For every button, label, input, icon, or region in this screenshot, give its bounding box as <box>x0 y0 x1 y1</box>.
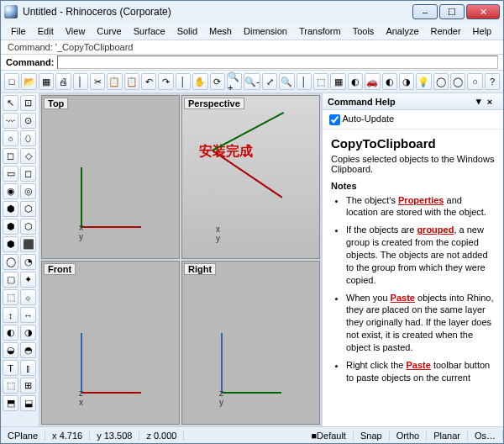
minimize-button[interactable]: – <box>412 4 438 19</box>
toolbar-button-14[interactable]: 🔍- <box>244 73 260 90</box>
tool-button-10[interactable]: ◉ <box>3 183 18 199</box>
menu-view[interactable]: View <box>60 24 91 38</box>
toolbar-button-26[interactable]: ◯ <box>450 73 465 90</box>
toolbar-button-18[interactable]: ⬚ <box>313 73 328 90</box>
toolbar-button-12[interactable]: ⟳ <box>210 73 225 90</box>
tool-button-24[interactable]: ↕ <box>3 307 18 323</box>
side-toolbar: ↖⊡〰⊙○⬯◻◇▭◻◉◎⬢⬡⬢⬡⬢⬛◯◔▢✦⬚⟐↕↔◐◑◒◓T⫿⬚⊞⬒⬓ <box>1 93 39 426</box>
tool-button-18[interactable]: ◯ <box>3 254 18 270</box>
menu-solid[interactable]: Solid <box>172 24 202 38</box>
viewport-right[interactable]: Right zy <box>181 261 320 425</box>
viewport-perspective[interactable]: Perspective 安装完成 xy <box>181 95 320 259</box>
tool-button-9[interactable]: ◻ <box>20 166 36 182</box>
status-osnap[interactable]: Os… <box>468 431 503 441</box>
menu-analyze[interactable]: Analyze <box>381 24 423 38</box>
maximize-button[interactable]: ☐ <box>439 4 465 19</box>
tool-button-23[interactable]: ⟐ <box>20 289 36 305</box>
toolbar-button-9[interactable]: ↷ <box>158 73 173 90</box>
tool-button-2[interactable]: 〰 <box>3 113 18 129</box>
help-panel-title: Command Help <box>328 97 476 107</box>
tool-button-20[interactable]: ▢ <box>3 272 18 288</box>
toolbar-button-28[interactable]: ? <box>485 73 500 90</box>
tool-button-11[interactable]: ◎ <box>20 183 36 199</box>
toolbar-button-20[interactable]: ◐ <box>348 73 363 90</box>
toolbar-button-5[interactable]: ✂ <box>90 73 105 90</box>
tool-button-27[interactable]: ◑ <box>20 325 36 341</box>
toolbar-button-0[interactable]: □ <box>4 73 19 90</box>
tool-button-4[interactable]: ○ <box>3 130 18 146</box>
tool-button-21[interactable]: ✦ <box>20 272 36 288</box>
tool-button-34[interactable]: ⬒ <box>3 395 18 411</box>
viewport-front-label: Front <box>44 263 76 275</box>
tool-button-7[interactable]: ◇ <box>20 148 36 164</box>
toolbar-button-4[interactable]: │ <box>73 73 88 90</box>
tool-button-19[interactable]: ◔ <box>20 254 36 270</box>
menu-surface[interactable]: Surface <box>129 24 171 38</box>
help-note-3: Right click the Paste toolbar button to … <box>346 359 495 384</box>
menu-tools[interactable]: Tools <box>348 24 380 38</box>
toolbar-button-24[interactable]: 💡 <box>416 73 431 90</box>
tool-button-0[interactable]: ↖ <box>3 95 18 111</box>
tool-button-31[interactable]: ⫿ <box>20 360 36 376</box>
toolbar-button-19[interactable]: ▦ <box>330 73 345 90</box>
status-ortho[interactable]: Ortho <box>390 431 428 441</box>
tool-button-22[interactable]: ⬚ <box>3 289 18 305</box>
menu-help[interactable]: Help <box>468 24 497 38</box>
menu-transform[interactable]: Transform <box>294 24 346 38</box>
tool-button-16[interactable]: ⬢ <box>3 236 18 252</box>
tool-button-14[interactable]: ⬢ <box>3 219 18 235</box>
toolbar-button-27[interactable]: ○ <box>467 73 482 90</box>
menu-dimension[interactable]: Dimension <box>239 24 292 38</box>
status-planar[interactable]: Planar <box>427 431 468 441</box>
toolbar-button-10[interactable]: │ <box>176 73 191 90</box>
menu-mesh[interactable]: Mesh <box>204 24 237 38</box>
tool-button-30[interactable]: T <box>3 360 18 376</box>
status-snap[interactable]: Snap <box>354 431 390 441</box>
menu-file[interactable]: File <box>6 24 31 38</box>
toolbar-button-16[interactable]: 🔍 <box>279 73 294 90</box>
menu-edit[interactable]: Edit <box>33 24 59 38</box>
tool-button-1[interactable]: ⊡ <box>20 95 36 111</box>
toolbar-button-17[interactable]: │ <box>297 73 312 90</box>
toolbar-button-23[interactable]: ◑ <box>399 73 414 90</box>
status-layer[interactable]: ■Default <box>304 431 354 441</box>
menu-render[interactable]: Render <box>426 24 466 38</box>
tool-button-25[interactable]: ↔ <box>20 307 36 323</box>
tool-button-32[interactable]: ⬚ <box>3 378 18 394</box>
tool-button-6[interactable]: ◻ <box>3 148 18 164</box>
tool-button-12[interactable]: ⬢ <box>3 201 18 217</box>
toolbar-button-6[interactable]: 📋 <box>107 73 122 90</box>
tool-button-8[interactable]: ▭ <box>3 166 18 182</box>
status-cplane[interactable]: CPlane <box>1 431 45 441</box>
menu-curve[interactable]: Curve <box>92 24 126 38</box>
toolbar-button-2[interactable]: ▦ <box>39 73 54 90</box>
tool-button-13[interactable]: ⬡ <box>20 201 36 217</box>
viewports: Top xy Perspective 安装完成 xy Front zx Righ… <box>39 93 322 426</box>
viewport-front[interactable]: Front zx <box>41 261 180 425</box>
toolbar-button-15[interactable]: ⤢ <box>262 73 277 90</box>
toolbar-button-22[interactable]: ◐ <box>382 73 397 90</box>
viewport-top[interactable]: Top xy <box>41 95 180 259</box>
close-button[interactable]: ✕ <box>466 4 500 19</box>
tool-button-17[interactable]: ⬛ <box>20 236 36 252</box>
tool-button-3[interactable]: ⊙ <box>20 113 36 129</box>
tool-button-5[interactable]: ⬯ <box>20 130 36 146</box>
toolbar-button-8[interactable]: ↶ <box>141 73 156 90</box>
toolbar-button-21[interactable]: 🚗 <box>365 73 380 90</box>
toolbar-button-11[interactable]: ✋ <box>192 73 207 90</box>
toolbar-button-1[interactable]: 📂 <box>21 73 36 90</box>
tool-button-33[interactable]: ⊞ <box>20 378 36 394</box>
command-line: Command: <box>1 55 503 71</box>
tool-button-29[interactable]: ◓ <box>20 342 36 358</box>
tool-button-26[interactable]: ◐ <box>3 325 18 341</box>
toolbar-button-13[interactable]: 🔍+ <box>227 73 242 90</box>
toolbar-button-3[interactable]: 🖨 <box>55 73 71 90</box>
help-panel-close-icon[interactable]: × <box>481 97 498 107</box>
tool-button-28[interactable]: ◒ <box>3 342 18 358</box>
toolbar-button-25[interactable]: ◯ <box>433 73 449 90</box>
toolbar-button-7[interactable]: 📋 <box>124 73 139 90</box>
tool-button-35[interactable]: ⬓ <box>20 395 36 411</box>
tool-button-15[interactable]: ⬡ <box>20 219 36 235</box>
auto-update-checkbox[interactable]: Auto-Update <box>329 114 394 124</box>
command-input[interactable] <box>57 56 498 69</box>
